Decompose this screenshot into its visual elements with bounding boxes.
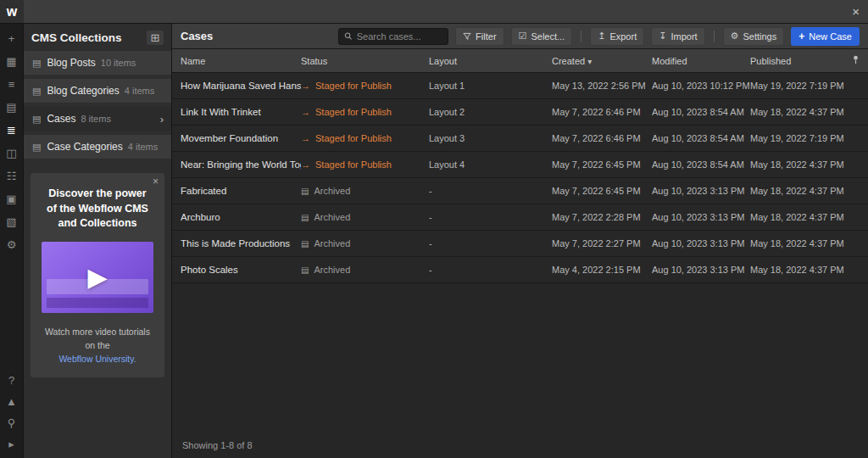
- promo-video-thumbnail[interactable]: ▶: [42, 242, 153, 313]
- collection-icon: ▤: [32, 59, 41, 68]
- assets-icon[interactable]: ▧: [5, 215, 19, 229]
- cell-layout: Layout 3: [429, 133, 552, 143]
- table-row[interactable]: Near: Bringing the World Toget...→Staged…: [172, 152, 868, 178]
- cell-published: May 18, 2022 4:37 PM: [750, 238, 846, 249]
- select-button[interactable]: ☑ Select...: [511, 27, 573, 46]
- cell-status: ▤Archived: [301, 212, 429, 222]
- cases-toolbar: Cases Filter ☑ Select... ↥: [172, 24, 868, 49]
- settings-button[interactable]: ⚙ Settings: [723, 27, 785, 46]
- top-bar: w ×: [0, 0, 868, 24]
- column-header-status[interactable]: Status: [301, 56, 429, 66]
- new-case-button[interactable]: + New Case: [791, 27, 860, 46]
- table-row[interactable]: How Marijuana Saved Hansel a...→Staged f…: [172, 73, 868, 99]
- webflow-cms-window: w × +▦≡▤≣◫☷▣▧⚙ ?▲⚲▸ CMS Collections ⊞ ▤B…: [0, 0, 868, 458]
- cell-name: Movember Foundation: [181, 133, 301, 143]
- column-header-layout[interactable]: Layout: [429, 56, 552, 66]
- collection-label: Cases: [47, 113, 75, 125]
- search-input[interactable]: [357, 31, 442, 42]
- new-case-button-label: New Case: [809, 31, 852, 42]
- collection-label: Blog Posts: [47, 57, 95, 69]
- export-button-label: Export: [609, 31, 637, 42]
- add-icon[interactable]: +: [5, 32, 19, 46]
- close-icon[interactable]: ×: [852, 5, 860, 18]
- cell-status: ▤Archived: [301, 186, 429, 196]
- cell-modified: Aug 10, 2023 8:54 AM: [652, 159, 750, 170]
- filter-button[interactable]: Filter: [455, 27, 504, 46]
- sort-caret-icon: ▾: [587, 57, 592, 66]
- table-row[interactable]: Photo Scales▤Archived-May 4, 2022 2:15 P…: [172, 257, 868, 283]
- archive-icon: ▤: [301, 239, 309, 249]
- sidebar-item-case-categories[interactable]: ▤Case Categories4 items: [24, 135, 171, 159]
- webflow-logo[interactable]: w: [0, 0, 24, 23]
- cell-layout: -: [429, 265, 552, 275]
- sidebar-item-blog-categories[interactable]: ▤Blog Categories4 items: [24, 79, 171, 103]
- column-header-modified[interactable]: Modified: [652, 56, 750, 66]
- import-button-label: Import: [670, 31, 697, 42]
- pin-icon[interactable]: [846, 55, 860, 66]
- canvas-icon[interactable]: ▲: [5, 395, 19, 409]
- table-row[interactable]: Link It With Trinket→Staged for PublishL…: [172, 99, 868, 126]
- collection-count: 10 items: [101, 58, 136, 68]
- help-icon[interactable]: ?: [5, 374, 19, 388]
- webflow-university-link[interactable]: Webflow University.: [58, 354, 136, 364]
- sidebar-item-cases[interactable]: ▤Cases8 items›: [24, 107, 171, 131]
- collection-count: 4 items: [125, 86, 154, 96]
- table-row[interactable]: Archburo▤Archived-May 7, 2022 2:28 PMAug…: [172, 204, 868, 231]
- archive-icon: ▤: [301, 265, 309, 275]
- collection-count: 4 items: [128, 142, 158, 152]
- cell-name: Fabricated: [181, 186, 301, 196]
- cell-created: May 7, 2022 2:28 PM: [552, 212, 652, 222]
- table-body: How Marijuana Saved Hansel a...→Staged f…: [172, 73, 868, 283]
- cell-modified: Aug 10, 2023 8:54 AM: [652, 133, 750, 143]
- cell-published: May 19, 2022 7:19 PM: [750, 81, 846, 91]
- collection-count: 8 items: [81, 114, 110, 124]
- cell-published: May 18, 2022 4:37 PM: [750, 107, 846, 117]
- collection-icon: ▤: [32, 87, 41, 96]
- cell-created: May 7, 2022 6:46 PM: [552, 133, 652, 143]
- users-icon[interactable]: ☷: [5, 170, 19, 183]
- video-tutorials-icon[interactable]: ▸: [5, 438, 19, 451]
- table-row[interactable]: This is Made Productions▤Archived-May 7,…: [172, 231, 868, 257]
- export-button[interactable]: ↥ Export: [590, 27, 644, 46]
- cell-layout: Layout 4: [429, 159, 552, 170]
- ecommerce-icon[interactable]: ▣: [5, 193, 19, 206]
- column-header-published[interactable]: Published: [750, 56, 846, 66]
- main-content: Cases Filter ☑ Select... ↥: [172, 24, 868, 458]
- cell-published: May 18, 2022 4:37 PM: [750, 159, 846, 170]
- select-checkbox-icon: ☑: [519, 31, 527, 41]
- cell-name: Archburo: [181, 212, 301, 222]
- cell-created: May 7, 2022 6:45 PM: [552, 186, 652, 196]
- toolbar-top-group: +▦≡▤≣◫☷▣▧⚙: [5, 24, 19, 252]
- pages-icon[interactable]: ▤: [5, 101, 19, 114]
- search-icon[interactable]: ⚲: [5, 416, 19, 430]
- table-row[interactable]: Movember Foundation→Staged for PublishLa…: [172, 126, 868, 152]
- chevron-right-icon: ›: [160, 114, 164, 125]
- settings-icon[interactable]: ⚙: [5, 238, 19, 252]
- manage-collections-icon[interactable]: ⊞: [147, 31, 164, 45]
- elements-icon[interactable]: ▦: [5, 55, 19, 69]
- sidebar-item-blog-posts[interactable]: ▤Blog Posts10 items: [24, 51, 171, 75]
- panel-title: CMS Collections: [31, 31, 122, 44]
- cell-layout: -: [429, 186, 552, 196]
- promo-title: Discover the power of the Webflow CMS an…: [42, 187, 153, 232]
- collection-label: Case Categories: [47, 141, 122, 153]
- cell-name: Link It With Trinket: [181, 107, 301, 117]
- promo-close-icon[interactable]: ×: [153, 176, 159, 187]
- column-header-name[interactable]: Name: [181, 56, 301, 66]
- play-icon[interactable]: ▶: [42, 242, 153, 313]
- cms-icon[interactable]: ≣: [5, 124, 19, 137]
- import-button[interactable]: ↧ Import: [651, 27, 704, 46]
- table-row[interactable]: Fabricated▤Archived-May 7, 2022 6:45 PMA…: [172, 178, 868, 204]
- cell-published: May 18, 2022 4:37 PM: [750, 265, 846, 275]
- column-header-created[interactable]: Created▾: [552, 56, 652, 66]
- cell-status: →Staged for Publish: [301, 133, 429, 143]
- promo-caption: Watch more video tutorials on the Webflo…: [39, 325, 156, 366]
- staged-arrow-icon: →: [301, 81, 310, 91]
- cell-modified: Aug 10, 2023 10:12 PM: [652, 81, 750, 91]
- navigator-icon[interactable]: ≡: [5, 78, 19, 92]
- apps-icon[interactable]: ◫: [5, 147, 19, 160]
- column-header-created-label: Created: [552, 56, 585, 66]
- cell-published: May 19, 2022 7:19 PM: [750, 133, 846, 143]
- search-icon: [344, 31, 353, 41]
- cell-modified: Aug 10, 2023 3:13 PM: [652, 265, 750, 275]
